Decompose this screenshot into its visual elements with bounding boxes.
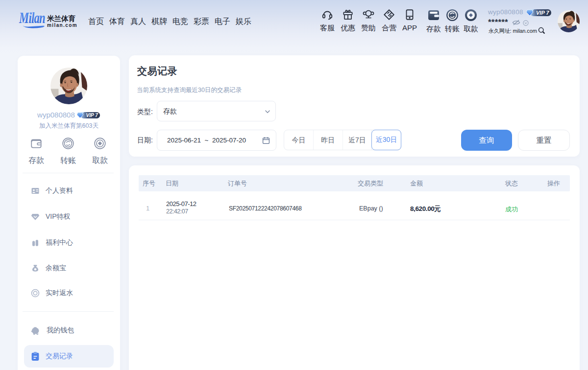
svg-text:米兰体育: 米兰体育 <box>47 15 76 23</box>
svg-text:Milan: Milan <box>19 10 45 26</box>
svg-text:VIP 7: VIP 7 <box>86 113 98 118</box>
svg-text:milan.com: milan.com <box>47 23 77 28</box>
svg-text:VIP 7: VIP 7 <box>536 10 549 16</box>
